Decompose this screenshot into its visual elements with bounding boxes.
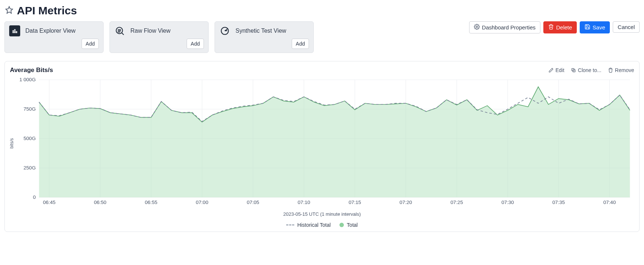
save-icon <box>584 24 590 31</box>
magnify-list-icon <box>114 25 125 36</box>
view-card-synthetic: Synthetic Test View Add <box>215 21 314 53</box>
svg-text:07:35: 07:35 <box>553 200 565 205</box>
title-row: API Metrics <box>5 4 640 17</box>
page-title: API Metrics <box>17 4 77 17</box>
copy-icon <box>571 68 576 73</box>
svg-text:07:40: 07:40 <box>603 200 616 205</box>
view-card-title: Raw Flow View <box>130 28 170 34</box>
panel-title: Average Bits/s <box>10 67 53 74</box>
delete-label: Delete <box>556 24 572 31</box>
view-card-data-explorer: Data Explorer View Add <box>4 21 104 53</box>
delete-button[interactable]: Delete <box>543 21 577 33</box>
svg-text:06:50: 06:50 <box>94 200 107 205</box>
x-axis-label: 2023-05-15 UTC (1 minute intervals) <box>10 211 634 217</box>
gear-icon <box>474 24 480 31</box>
svg-text:07:25: 07:25 <box>450 200 463 205</box>
svg-text:250G: 250G <box>24 165 36 171</box>
dashboard-properties-button[interactable]: Dashboard Properties <box>469 21 540 33</box>
svg-text:07:20: 07:20 <box>400 200 412 205</box>
svg-text:0: 0 <box>33 195 36 200</box>
chart-legend: Historical Total Total <box>10 222 634 228</box>
chart-wrap: bits/s 0250G500G750G1 000G06:4506:5006:5… <box>10 76 634 228</box>
svg-line-5 <box>122 33 123 35</box>
svg-rect-3 <box>16 32 17 33</box>
view-card-title: Data Explorer View <box>25 28 76 34</box>
dot-icon <box>339 223 344 227</box>
add-synthetic-button[interactable]: Add <box>292 39 309 49</box>
clone-panel-button[interactable]: Clone to... <box>571 67 601 73</box>
legend-total[interactable]: Total <box>339 222 358 228</box>
y-axis-label: bits/s <box>9 138 14 148</box>
save-label: Save <box>593 24 605 31</box>
svg-text:500G: 500G <box>24 136 36 141</box>
view-cards: Data Explorer View Add Raw Flow View Add <box>4 21 314 53</box>
svg-rect-1 <box>13 31 14 33</box>
edit-panel-button[interactable]: Edit <box>548 67 564 73</box>
svg-text:07:30: 07:30 <box>501 200 514 205</box>
svg-rect-2 <box>14 29 15 33</box>
svg-marker-0 <box>6 7 12 13</box>
view-card-raw-flow: Raw Flow View Add <box>109 21 209 53</box>
panel-actions: Edit Clone to... Remove <box>548 67 634 73</box>
remove-panel-button[interactable]: Remove <box>608 67 634 73</box>
svg-point-11 <box>476 26 478 28</box>
dash-icon <box>286 225 294 225</box>
svg-text:1 000G: 1 000G <box>19 77 36 82</box>
svg-text:07:05: 07:05 <box>247 200 259 205</box>
bar-chart-icon <box>9 25 20 36</box>
star-icon[interactable] <box>5 6 13 15</box>
add-raw-flow-button[interactable]: Add <box>187 39 204 49</box>
trash-icon <box>608 68 613 73</box>
svg-text:07:15: 07:15 <box>349 200 361 205</box>
toolbar-row: Data Explorer View Add Raw Flow View Add <box>4 21 640 53</box>
svg-text:06:55: 06:55 <box>145 200 157 205</box>
view-card-title: Synthetic Test View <box>235 28 286 34</box>
svg-text:06:45: 06:45 <box>43 200 55 205</box>
pencil-icon <box>548 68 554 73</box>
right-actions: Dashboard Properties Delete Save Cancel <box>469 21 640 53</box>
cancel-button[interactable]: Cancel <box>613 21 640 33</box>
svg-text:07:10: 07:10 <box>298 200 310 205</box>
svg-text:07:00: 07:00 <box>196 200 208 205</box>
save-button[interactable]: Save <box>580 21 610 33</box>
dashboard-properties-label: Dashboard Properties <box>482 24 536 31</box>
radar-icon <box>219 25 230 36</box>
chart-svg: 0250G500G750G1 000G06:4506:5006:5507:000… <box>10 76 634 208</box>
add-data-explorer-button[interactable]: Add <box>82 39 99 49</box>
trash-icon <box>548 24 554 31</box>
legend-historical[interactable]: Historical Total <box>286 222 331 228</box>
svg-text:750G: 750G <box>24 107 36 112</box>
chart-panel: Average Bits/s Edit Clone to... Remove b… <box>4 61 640 232</box>
